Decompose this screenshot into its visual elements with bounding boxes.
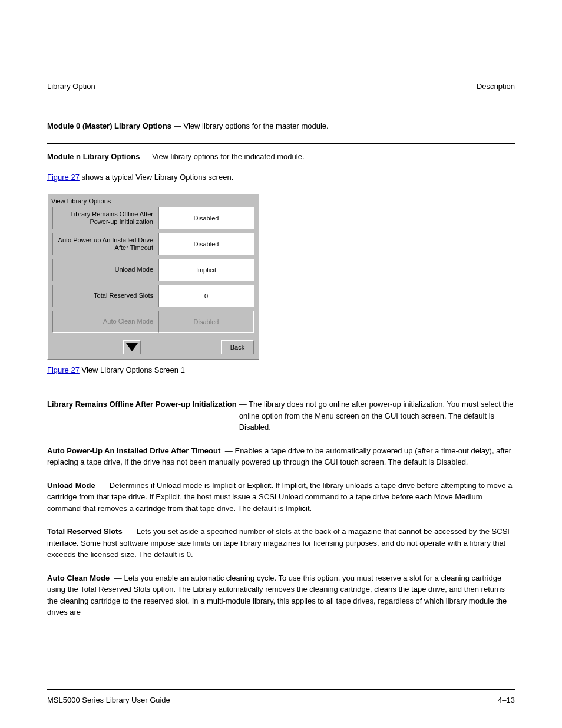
chevron-down-icon bbox=[126, 343, 138, 351]
scroll-down-button[interactable] bbox=[123, 340, 141, 354]
back-button[interactable]: Back bbox=[221, 340, 254, 354]
option-item: Unload Mode — Determines if Unload mode … bbox=[47, 480, 515, 515]
option-row: Total Reserved Slots 0 bbox=[52, 285, 254, 307]
divider bbox=[47, 391, 515, 391]
view-library-options-window: View Library Options Library Remains Off… bbox=[47, 193, 259, 360]
option-item-name: Auto Clean Mode bbox=[47, 574, 110, 582]
option-name: Module n Library Options bbox=[47, 151, 140, 163]
option-value[interactable]: Disabled bbox=[158, 233, 254, 255]
option-value[interactable]: 0 bbox=[158, 285, 254, 307]
option-item: Library Remains Offline After Power-up I… bbox=[47, 398, 515, 433]
option-modulen: Module n Library Options — View library … bbox=[47, 151, 515, 163]
option-item-name: Total Reserved Slots bbox=[47, 527, 123, 536]
figure-ref-link[interactable]: Figure 27 bbox=[47, 173, 80, 182]
table-header: Library Option Description bbox=[47, 82, 515, 91]
option-label: Unload Mode bbox=[52, 259, 158, 281]
option-name: Module 0 (Master) Library Options bbox=[47, 120, 171, 132]
option-label: Auto Clean Mode bbox=[52, 311, 158, 333]
option-item-name: Library Remains Offline After Power-up I… bbox=[47, 398, 237, 410]
figure-ref-text: shows a typical View Library Options scr… bbox=[80, 173, 233, 182]
figure-number-link[interactable]: Figure 27 bbox=[47, 365, 80, 374]
footer-left: MSL5000 Series Library User Guide bbox=[47, 696, 170, 704]
option-item: Total Reserved Slots — Lets you set asid… bbox=[47, 526, 515, 561]
option-value[interactable]: Implicit bbox=[158, 259, 254, 281]
option-desc: — View library options for the master mo… bbox=[174, 120, 329, 132]
option-row: Auto Clean Mode Disabled bbox=[52, 311, 254, 333]
option-desc: — View library options for the indicated… bbox=[142, 151, 304, 163]
window-title: View Library Options bbox=[48, 194, 259, 207]
option-item-name: Unload Mode bbox=[47, 481, 95, 490]
option-item-desc: — Lets you enable an automatic cleaning … bbox=[47, 574, 507, 617]
option-item: Auto Power-Up An Installed Drive After T… bbox=[47, 445, 515, 468]
page-footer: MSL5000 Series Library User Guide 4–13 bbox=[47, 689, 515, 704]
option-item-name: Auto Power-Up An Installed Drive After T… bbox=[47, 446, 220, 455]
option-label: Total Reserved Slots bbox=[52, 285, 158, 307]
figure-caption: Figure 27 View Library Options Screen 1 bbox=[47, 365, 515, 374]
figure-title: View Library Options Screen 1 bbox=[82, 365, 185, 374]
option-value[interactable]: Disabled bbox=[158, 207, 254, 229]
option-value: Disabled bbox=[158, 311, 254, 333]
option-module0: Module 0 (Master) Library Options — View… bbox=[47, 120, 515, 132]
screenshot-figure: View Library Options Library Remains Off… bbox=[47, 193, 515, 360]
option-row: Auto Power-up An Installed Drive After T… bbox=[52, 233, 254, 255]
option-row: Library Remains Offline After Power-up I… bbox=[52, 207, 254, 229]
header-left: Library Option bbox=[47, 82, 95, 91]
option-item-desc: — The library does not go online after p… bbox=[239, 398, 515, 433]
footer-right: 4–13 bbox=[498, 696, 515, 704]
option-label: Library Remains Offline After Power-up I… bbox=[52, 207, 158, 229]
divider bbox=[47, 143, 515, 144]
option-label: Auto Power-up An Installed Drive After T… bbox=[52, 233, 158, 255]
option-item-desc: — Determines if Unload mode is Implicit … bbox=[47, 481, 512, 513]
option-item: Auto Clean Mode — Lets you enable an aut… bbox=[47, 572, 515, 618]
option-row: Unload Mode Implicit bbox=[52, 259, 254, 281]
header-right: Description bbox=[477, 82, 515, 91]
